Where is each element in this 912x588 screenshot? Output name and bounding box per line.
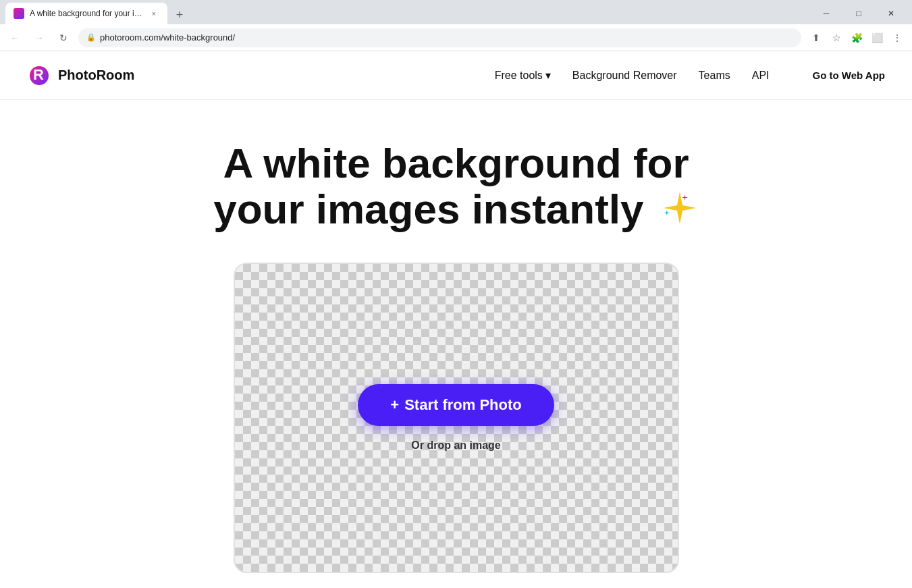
browser-chrome: A white background for your ima... × + ─… xyxy=(0,0,912,588)
active-tab[interactable]: A white background for your ima... × xyxy=(5,3,167,24)
api-link[interactable]: API xyxy=(752,70,770,82)
logo-text: PhotoRoom xyxy=(58,68,134,83)
maximize-button[interactable]: □ xyxy=(843,3,874,24)
go-to-web-app-button[interactable]: Go to Web App xyxy=(813,70,885,81)
drop-hint-text: Or drop an image xyxy=(411,439,500,452)
new-tab-button[interactable]: + xyxy=(170,5,189,24)
bookmark-icon[interactable]: ☆ xyxy=(827,28,846,47)
close-button[interactable]: ✕ xyxy=(876,3,907,24)
extensions-icon[interactable]: 🧩 xyxy=(847,28,866,47)
background-remover-link[interactable]: Background Remover xyxy=(572,70,677,82)
minimize-button[interactable]: ─ xyxy=(811,3,842,24)
menu-icon[interactable]: ⋮ xyxy=(888,28,907,47)
reload-button[interactable]: ↻ xyxy=(54,28,73,47)
drop-zone[interactable]: + Start from Photo Or drop an image xyxy=(234,263,679,573)
page-content: R PhotoRoom Free tools ▾ Background Remo… xyxy=(0,51,912,588)
lock-icon: 🔒 xyxy=(86,33,96,42)
url-text: photoroom.com/white-background/ xyxy=(100,32,793,43)
plus-icon: + xyxy=(390,396,399,414)
back-button[interactable]: ← xyxy=(5,28,24,47)
tab-bar: A white background for your ima... × + ─… xyxy=(0,0,912,24)
logo-link[interactable]: R PhotoRoom xyxy=(27,63,134,88)
toolbar-actions: ⬆ ☆ 🧩 ⬜ ⋮ xyxy=(807,28,907,47)
reading-mode-icon[interactable]: ⬜ xyxy=(867,28,886,47)
window-controls: ─ □ ✕ xyxy=(811,3,907,24)
free-tools-menu[interactable]: Free tools ▾ xyxy=(495,69,551,82)
address-bar: ← → ↻ 🔒 photoroom.com/white-background/ … xyxy=(0,24,912,51)
tab-close-button[interactable]: × xyxy=(149,8,159,19)
site-nav: R PhotoRoom Free tools ▾ Background Remo… xyxy=(0,51,912,100)
chevron-down-icon: ▾ xyxy=(545,69,551,82)
sparkle-icon xyxy=(661,189,699,236)
tab-title: A white background for your ima... xyxy=(30,9,143,18)
hero-title: A white background for your images insta… xyxy=(27,140,885,236)
logo-icon: R xyxy=(27,63,51,88)
tab-favicon xyxy=(14,8,24,19)
svg-text:R: R xyxy=(33,66,44,83)
forward-button[interactable]: → xyxy=(30,28,49,47)
teams-link[interactable]: Teams xyxy=(699,70,730,82)
start-from-photo-button[interactable]: + Start from Photo xyxy=(358,384,554,426)
share-icon[interactable]: ⬆ xyxy=(807,28,826,47)
nav-links: Free tools ▾ Background Remover Teams AP… xyxy=(495,69,885,82)
url-bar[interactable]: 🔒 photoroom.com/white-background/ xyxy=(78,28,801,47)
hero-section: A white background for your images insta… xyxy=(0,100,912,588)
